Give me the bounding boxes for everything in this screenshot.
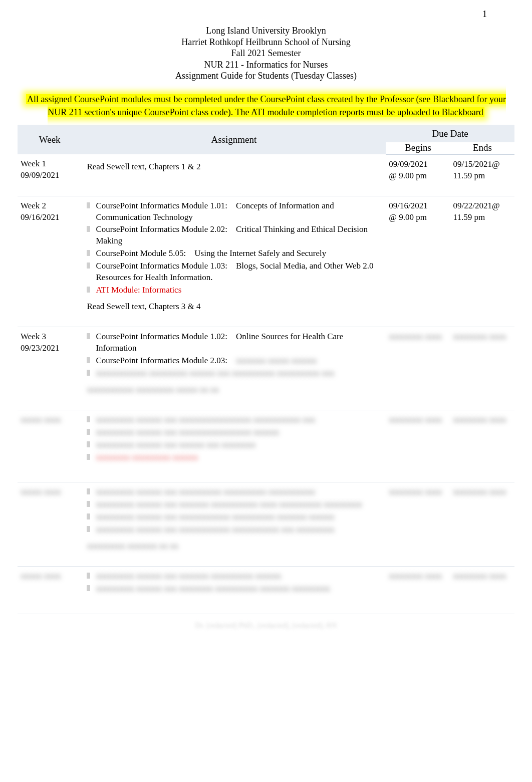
col-header-due-date: Due Date bbox=[386, 125, 514, 142]
header-line-5: Assignment Guide for Students (Tuesday C… bbox=[18, 70, 514, 82]
col-header-begins: Begins bbox=[386, 142, 450, 155]
obscured-text: xxxxxxxxxxx xxxxxxxxx xxxxx xx xx bbox=[87, 384, 379, 396]
obscured-text: xxxxxxxxxxxx xxxxxxxxx xxxxxx xxx xxxxxx… bbox=[87, 368, 379, 379]
table-row: xxxxx xxxx xxxxxxxxx xxxxxx xxx xxxxxxxx… bbox=[18, 482, 514, 567]
table-row: xxxxx xxxx xxxxxxxxx xxxxxx xxx xxxxxxx … bbox=[18, 567, 514, 614]
header-line-4: NUR 211 - Informatics for Nurses bbox=[18, 59, 514, 71]
obscured-text: xxxxx xxxx bbox=[21, 486, 78, 498]
week-label: Week 2 bbox=[21, 200, 78, 212]
obscured-text: xxxxxxxxx xxxxxxx xx xx bbox=[87, 541, 379, 552]
obscured-text: xxxxxxxx xxxx bbox=[453, 414, 510, 426]
list-item: CoursePoint Informatics Module 2.02: Cri… bbox=[87, 224, 379, 247]
obscured-text: xxxxxxxxx xxxxxx xxx xxxxxxxxxxxxxxxxx x… bbox=[87, 427, 379, 438]
obscured-text: xxxxxxxx xxxx bbox=[389, 486, 446, 498]
reading-text: Read Sewell text, Chapters 3 & 4 bbox=[87, 301, 379, 313]
assignment-items: xxxxxxxxx xxxxxx xxx xxxxxxx xxxxxxxxxx … bbox=[87, 571, 379, 595]
assignment-items: CoursePoint Informatics Module 1.01: Con… bbox=[87, 200, 379, 297]
week-label: Week 1 bbox=[21, 158, 78, 170]
obscured-text: xxxxxxxxx xxxxxx xxx xxxxxxxxxxxx xxxxxx… bbox=[87, 511, 379, 523]
obscured-text: xxxxxxxxx xxxxxx xxx xxxxxx xxx xxxxxxxx bbox=[87, 439, 379, 451]
assignment-items: CoursePoint Informatics Module 1.02: Onl… bbox=[87, 331, 379, 379]
reading-text: Read Sewell text, Chapters 1 & 2 bbox=[87, 161, 379, 173]
obscured-text: xxxxxxxxx xxxxxx xxx xxxxxxxxxxxxxxxxx x… bbox=[87, 414, 379, 426]
notice-text: All assigned CoursePoint modules must be… bbox=[26, 94, 506, 117]
ati-module-item: ATI Module: Informatics bbox=[87, 285, 379, 296]
header-line-1: Long Island University Brooklyn bbox=[18, 25, 514, 37]
list-item: CoursePoint Informatics Module 1.03: Blo… bbox=[87, 260, 379, 284]
col-header-week: Week bbox=[18, 125, 82, 154]
ends-date: 09/22/2021@ bbox=[453, 200, 510, 212]
obscured-text: xxxxxxxx xxxx bbox=[453, 571, 510, 582]
obscured-text: xxxxxxxx xxxx bbox=[453, 331, 510, 343]
list-item: CoursePoint Informatics Module 1.02: Onl… bbox=[87, 331, 379, 354]
begins-date: 09/16/2021 bbox=[389, 200, 446, 212]
obscured-text: xxxxx xxxx bbox=[21, 414, 78, 426]
list-item: CoursePoint Informatics Module 1.01: Con… bbox=[87, 200, 379, 223]
week-date: 09/09/2021 bbox=[21, 170, 78, 181]
table-row: Week 1 09/09/2021 Read Sewell text, Chap… bbox=[18, 154, 514, 196]
obscured-text: xxxxxxxxx xxxxxx xxx xxxxxxxxxx xxxxxxxx… bbox=[87, 486, 379, 498]
header-line-2: Harriet Rothkopf Heilbrunn School of Nur… bbox=[18, 37, 514, 48]
ends-time: 11.59 pm bbox=[453, 170, 510, 182]
obscured-text: xxxxxxxxx xxxxxx xxx xxxxxxx xxxxxxxxxx … bbox=[87, 571, 379, 582]
highlighted-notice: All assigned CoursePoint modules must be… bbox=[18, 93, 514, 119]
obscured-text: xxxxx xxxx bbox=[21, 571, 78, 582]
page-number: 1 bbox=[482, 9, 487, 20]
assignment-schedule-table: Week Assignment Due Date Begins Ends Wee… bbox=[18, 125, 514, 614]
list-item: CoursePoint Informatics Module 2.03: xxx… bbox=[87, 355, 379, 367]
assignment-items: xxxxxxxxx xxxxxx xxx xxxxxxxxxx xxxxxxxx… bbox=[87, 486, 379, 536]
assignment-items: xxxxxxxxx xxxxxx xxx xxxxxxxxxxxxxxxxx x… bbox=[87, 414, 379, 463]
document-header: Long Island University Brooklyn Harriet … bbox=[18, 25, 514, 82]
begins-date: 09/09/2021 bbox=[389, 159, 446, 170]
obscured-text: xxxxxxxxx xxxxxx xxx xxxxxxx xxxxxxxxxxx… bbox=[87, 499, 379, 510]
week-label: Week 3 bbox=[21, 331, 78, 343]
list-item: CoursePoint Module 5.05: Using the Inter… bbox=[87, 248, 379, 259]
table-row: Week 2 09/16/2021 CoursePoint Informatic… bbox=[18, 196, 514, 327]
begins-time: @ 9.00 pm bbox=[389, 212, 446, 223]
col-header-assignment: Assignment bbox=[82, 125, 386, 154]
ends-time: 11.59 pm bbox=[453, 212, 510, 223]
footer-author: Dr. [redacted] PhD., [redacted], [redact… bbox=[18, 621, 514, 630]
obscured-text: xxxxxxxx xxxx bbox=[453, 486, 510, 498]
begins-time: @ 9.00 pm bbox=[389, 170, 446, 182]
ends-date: 09/15/2021@ bbox=[453, 159, 510, 170]
obscured-text: xxxxxxx xxxxx xxxxxx bbox=[236, 356, 317, 365]
week-date: 09/16/2021 bbox=[21, 212, 78, 223]
table-row: xxxxx xxxx xxxxxxxxx xxxxxx xxx xxxxxxxx… bbox=[18, 410, 514, 482]
obscured-text: xxxxxxxx xxxx bbox=[389, 331, 446, 343]
obscured-text: xxxxxxxx xxxx bbox=[389, 571, 446, 582]
page: 1 Long Island University Brooklyn Harrie… bbox=[0, 0, 532, 650]
obscured-text: xxxxxxxx xxxxxxxxx xxxxxx bbox=[87, 452, 379, 463]
table-row: Week 3 09/23/2021 CoursePoint Informatic… bbox=[18, 327, 514, 410]
header-line-3: Fall 2021 Semester bbox=[18, 48, 514, 59]
obscured-text: xxxxxxxx xxxx bbox=[389, 414, 446, 426]
col-header-ends: Ends bbox=[450, 142, 514, 155]
week-date: 09/23/2021 bbox=[21, 343, 78, 354]
obscured-text: xxxxxxxxx xxxxxx xxx xxxxxxxxxxxx xxxxxx… bbox=[87, 524, 379, 536]
obscured-text: xxxxxxxxx xxxxxx xxx xxxxxxxx xxxxxxxxxx… bbox=[87, 583, 379, 595]
